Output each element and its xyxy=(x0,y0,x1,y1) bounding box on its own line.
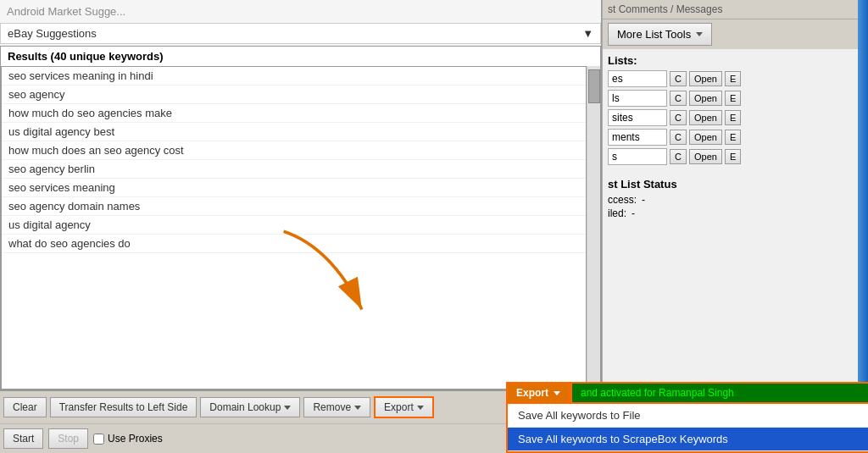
remove-arrow xyxy=(354,406,361,410)
status-success-label: ccess: xyxy=(608,194,637,206)
status-failed-label: iled: xyxy=(608,207,626,219)
export-row: Export and activated for Ramanpal Singh xyxy=(506,382,868,404)
orange-arrow xyxy=(263,224,398,328)
transfer-button[interactable]: Transfer Results to Left Side xyxy=(50,397,198,417)
list-open-btn[interactable]: Open xyxy=(689,110,722,125)
list-open-btn[interactable]: Open xyxy=(689,71,722,86)
use-proxies-text: Use Proxies xyxy=(108,433,163,445)
clear-button[interactable]: Clear xyxy=(3,397,47,417)
remove-label: Remove xyxy=(313,401,351,413)
list-item[interactable]: seo services meaning in hindi xyxy=(2,67,586,86)
stop-button[interactable]: Stop xyxy=(48,428,88,449)
list-edit-btn[interactable]: E xyxy=(725,130,741,145)
lists-label: Lists: xyxy=(608,54,863,67)
start-button[interactable]: Start xyxy=(3,428,43,449)
list-item[interactable]: seo agency berlin xyxy=(2,160,586,179)
list-clear-btn[interactable]: C xyxy=(670,91,687,106)
more-list-tools-button[interactable]: More List Tools xyxy=(608,23,712,46)
list-input[interactable] xyxy=(608,70,667,87)
list-item[interactable]: how much does an seo agency cost xyxy=(2,141,586,160)
status-section: st List Status ccess: - iled: - xyxy=(603,174,868,224)
list-row: COpenE xyxy=(608,129,863,146)
use-proxies-checkbox[interactable] xyxy=(93,434,104,445)
list-row: COpenE xyxy=(608,70,863,87)
save-to-scrapebox-item[interactable]: Save All keywords to ScrapeBox Keywords xyxy=(508,428,868,451)
lists-container: COpenECOpenECOpenECOpenECOpenE xyxy=(608,70,863,165)
more-tools-area: More List Tools xyxy=(603,19,868,49)
list-row: COpenE xyxy=(608,90,863,107)
list-input[interactable] xyxy=(608,90,667,107)
status-label: st List Status xyxy=(608,178,863,191)
list-edit-btn[interactable]: E xyxy=(725,91,741,106)
scrollbar-thumb[interactable] xyxy=(588,69,600,103)
list-item[interactable]: us digital agency best xyxy=(2,123,586,141)
export-label: Export xyxy=(384,401,414,413)
list-input[interactable] xyxy=(608,109,667,126)
list-edit-btn[interactable]: E xyxy=(725,149,741,164)
list-item[interactable]: seo agency xyxy=(2,86,586,104)
export-active-button[interactable]: Export xyxy=(506,382,570,404)
export-button[interactable]: Export xyxy=(374,396,434,418)
status-success-row: ccess: - xyxy=(608,194,863,206)
list-clear-btn[interactable]: C xyxy=(670,130,687,145)
status-success-value: - xyxy=(642,194,645,206)
list-row: COpenE xyxy=(608,148,863,165)
list-clear-btn[interactable]: C xyxy=(670,71,687,86)
results-header: Results (40 unique keywords) xyxy=(0,46,601,66)
ebay-source-label: eBay Suggestions xyxy=(8,27,97,40)
list-open-btn[interactable]: Open xyxy=(689,149,722,164)
list-open-btn[interactable]: Open xyxy=(689,91,722,106)
export-menu: Save All keywords to File Save All keywo… xyxy=(506,404,868,453)
ebay-dropdown-arrow: ▼ xyxy=(582,27,593,40)
domain-lookup-arrow xyxy=(284,406,291,410)
list-edit-btn[interactable]: E xyxy=(725,71,741,86)
domain-lookup-label: Domain Lookup xyxy=(209,401,281,413)
scrollbar[interactable] xyxy=(587,66,600,389)
list-item[interactable]: seo services meaning xyxy=(2,179,586,197)
list-item[interactable]: seo agency domain names xyxy=(2,197,586,216)
list-row: COpenE xyxy=(608,109,863,126)
more-list-tools-arrow xyxy=(696,32,703,36)
activated-bar: and activated for Ramanpal Singh xyxy=(570,382,868,404)
list-input[interactable] xyxy=(608,148,667,165)
export-active-arrow xyxy=(554,391,560,395)
list-clear-btn[interactable]: C xyxy=(670,149,687,164)
ebay-source[interactable]: eBay Suggestions ▼ xyxy=(0,23,601,44)
more-list-tools-label: More List Tools xyxy=(617,28,691,41)
list-edit-btn[interactable]: E xyxy=(725,110,741,125)
right-top-bar: st Comments / Messages xyxy=(603,0,868,19)
list-open-btn[interactable]: Open xyxy=(689,130,722,145)
list-clear-btn[interactable]: C xyxy=(670,110,687,125)
android-source[interactable]: Android Market Sugge... xyxy=(0,2,601,21)
domain-lookup-button[interactable]: Domain Lookup xyxy=(200,397,300,417)
comments-label: st Comments / Messages xyxy=(608,3,722,15)
export-active-label: Export xyxy=(516,387,548,399)
status-failed-row: iled: - xyxy=(608,207,863,219)
remove-button[interactable]: Remove xyxy=(303,397,370,417)
export-arrow xyxy=(417,406,424,410)
status-failed-value: - xyxy=(632,207,635,219)
use-proxies-label: Use Proxies xyxy=(93,433,163,445)
list-input[interactable] xyxy=(608,129,667,146)
export-dropdown: Export and activated for Ramanpal Singh … xyxy=(506,382,868,453)
source-area: Android Market Sugge... eBay Suggestions… xyxy=(0,0,601,46)
save-to-file-item[interactable]: Save All keywords to File xyxy=(508,404,868,428)
lists-section: Lists: COpenECOpenECOpenECOpenECOpenE xyxy=(603,49,868,171)
main-container: Android Market Sugge... eBay Suggestions… xyxy=(0,0,868,453)
list-item[interactable]: how much do seo agencies make xyxy=(2,104,586,123)
